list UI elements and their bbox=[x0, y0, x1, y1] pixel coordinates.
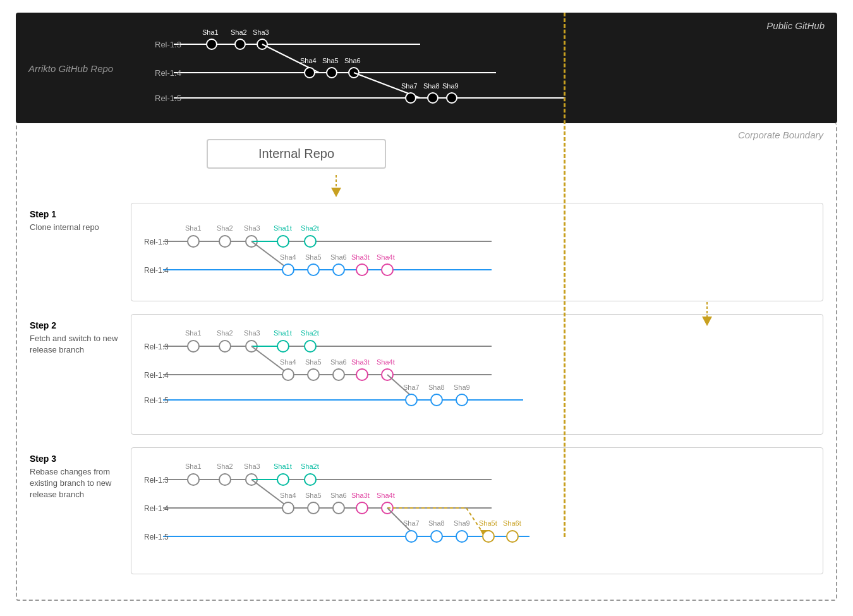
svg-point-45 bbox=[282, 264, 294, 275]
svg-marker-90 bbox=[702, 317, 712, 326]
svg-text:Sha5: Sha5 bbox=[322, 57, 339, 64]
svg-text:Sha9: Sha9 bbox=[442, 82, 459, 90]
svg-text:Sha4: Sha4 bbox=[280, 492, 296, 499]
step2-svg: Rel-1.3 Sha1 Sha2 Sha3 Sha1t bbox=[144, 324, 574, 422]
svg-point-132 bbox=[507, 531, 518, 542]
svg-point-40 bbox=[305, 236, 316, 247]
svg-text:Sha1: Sha1 bbox=[185, 224, 202, 232]
svg-text:Sha7: Sha7 bbox=[403, 519, 420, 527]
svg-text:Sha9: Sha9 bbox=[454, 519, 470, 527]
step3-svg: Rel-1.3 Sha1 Sha2 Sha3 Sha1t Sha2t bbox=[144, 457, 574, 562]
svg-point-76 bbox=[356, 369, 368, 380]
svg-point-88 bbox=[456, 394, 468, 406]
svg-point-23 bbox=[428, 93, 438, 103]
svg-point-12 bbox=[305, 68, 315, 78]
public-github-section: Public GitHub Arrikto GitHub Repo Rel-1.… bbox=[16, 13, 837, 123]
svg-point-114 bbox=[356, 502, 368, 514]
svg-point-128 bbox=[456, 531, 468, 542]
svg-point-124 bbox=[406, 531, 417, 542]
svg-text:Sha5: Sha5 bbox=[305, 492, 322, 499]
svg-point-59 bbox=[219, 341, 231, 352]
svg-point-21 bbox=[406, 93, 416, 103]
svg-text:Rel-1.3: Rel-1.3 bbox=[144, 342, 169, 351]
svg-text:Sha3t: Sha3t bbox=[351, 253, 370, 261]
svg-text:Sha4: Sha4 bbox=[280, 253, 296, 261]
svg-text:Sha4t: Sha4t bbox=[377, 253, 395, 261]
svg-text:Sha2: Sha2 bbox=[231, 28, 247, 36]
svg-point-14 bbox=[327, 68, 337, 78]
svg-text:Sha7: Sha7 bbox=[401, 82, 418, 90]
svg-point-130 bbox=[483, 531, 494, 542]
svg-text:Sha3t: Sha3t bbox=[351, 492, 370, 499]
svg-text:Rel-1.5: Rel-1.5 bbox=[144, 533, 169, 541]
step2-container: Step 2 Fetch and switch to new release b… bbox=[30, 314, 823, 435]
svg-text:Sha4t: Sha4t bbox=[377, 492, 395, 499]
step2-label: Step 2 Fetch and switch to new release b… bbox=[30, 314, 131, 356]
step1-label: Step 1 Clone internal repo bbox=[30, 203, 131, 233]
svg-text:Rel-1.5: Rel-1.5 bbox=[144, 396, 169, 405]
svg-point-47 bbox=[308, 264, 319, 275]
svg-text:Sha3: Sha3 bbox=[244, 329, 260, 337]
svg-point-72 bbox=[308, 369, 319, 380]
svg-point-103 bbox=[305, 474, 316, 485]
step3-diagram: Rel-1.3 Sha1 Sha2 Sha3 Sha1t Sha2t bbox=[131, 447, 823, 574]
svg-text:Sha3: Sha3 bbox=[253, 28, 269, 36]
svg-text:Sha5t: Sha5t bbox=[479, 519, 497, 527]
svg-point-38 bbox=[277, 236, 289, 247]
svg-point-66 bbox=[305, 341, 316, 352]
svg-point-96 bbox=[219, 474, 231, 485]
svg-text:Sha6: Sha6 bbox=[330, 358, 347, 366]
svg-text:Sha6: Sha6 bbox=[330, 492, 347, 499]
svg-text:Sha2t: Sha2t bbox=[301, 329, 319, 337]
svg-text:Sha2t: Sha2t bbox=[301, 462, 319, 470]
svg-text:Sha2: Sha2 bbox=[217, 462, 233, 470]
svg-marker-27 bbox=[331, 188, 341, 197]
svg-text:Sha4t: Sha4t bbox=[377, 358, 395, 366]
internal-repo-box: Internal Repo bbox=[207, 139, 386, 169]
svg-point-101 bbox=[277, 474, 289, 485]
svg-point-126 bbox=[431, 531, 442, 542]
svg-text:Sha4: Sha4 bbox=[300, 57, 317, 64]
svg-text:Rel-1.3: Rel-1.3 bbox=[155, 40, 181, 49]
svg-text:Sha1: Sha1 bbox=[185, 329, 202, 337]
svg-text:Rel-1.4: Rel-1.4 bbox=[144, 504, 169, 513]
svg-point-110 bbox=[308, 502, 319, 514]
svg-text:Rel-1.3: Rel-1.3 bbox=[144, 238, 169, 246]
svg-text:Sha5: Sha5 bbox=[305, 358, 322, 366]
svg-text:Rel-1.4: Rel-1.4 bbox=[155, 68, 181, 78]
svg-point-64 bbox=[277, 341, 289, 352]
svg-text:Sha1: Sha1 bbox=[185, 462, 202, 470]
arrikto-github-label: Arrikto GitHub Repo bbox=[28, 63, 113, 73]
svg-point-33 bbox=[219, 236, 231, 247]
svg-text:Sha1t: Sha1t bbox=[274, 224, 292, 232]
svg-text:Sha8: Sha8 bbox=[423, 82, 440, 90]
svg-text:Sha9: Sha9 bbox=[454, 383, 470, 391]
svg-text:Sha3t: Sha3t bbox=[351, 358, 370, 366]
svg-text:Sha6: Sha6 bbox=[344, 57, 361, 64]
step1-diagram: Rel-1.3 Sha1 Sha2 Sha3 Sha1t bbox=[131, 203, 823, 301]
svg-text:Sha6: Sha6 bbox=[330, 253, 347, 261]
svg-text:Sha8: Sha8 bbox=[428, 383, 445, 391]
step1-desc: Clone internal repo bbox=[30, 222, 131, 233]
svg-text:Sha6t: Sha6t bbox=[503, 519, 521, 527]
arrow-down-internal bbox=[327, 175, 346, 197]
step2-diagram: Rel-1.3 Sha1 Sha2 Sha3 Sha1t bbox=[131, 314, 823, 435]
svg-point-84 bbox=[406, 394, 417, 406]
svg-point-3 bbox=[207, 39, 217, 49]
svg-text:Sha1t: Sha1t bbox=[274, 462, 292, 470]
svg-text:Rel-1.5: Rel-1.5 bbox=[155, 94, 181, 103]
svg-point-108 bbox=[282, 502, 294, 514]
step2-title: Step 2 bbox=[30, 320, 131, 330]
svg-text:Sha7: Sha7 bbox=[403, 383, 420, 391]
step1-container: Step 1 Clone internal repo Rel-1.3 Sha1 … bbox=[30, 203, 823, 301]
svg-text:Rel-1.3: Rel-1.3 bbox=[144, 476, 169, 485]
svg-text:Sha4: Sha4 bbox=[280, 358, 296, 366]
svg-text:Rel-1.4: Rel-1.4 bbox=[144, 266, 169, 275]
svg-text:Sha3: Sha3 bbox=[244, 224, 260, 232]
step3-title: Step 3 bbox=[30, 454, 131, 464]
svg-text:Sha1: Sha1 bbox=[202, 28, 219, 36]
svg-point-86 bbox=[431, 394, 442, 406]
svg-point-49 bbox=[333, 264, 344, 275]
arrow-down-step2 bbox=[698, 302, 717, 327]
svg-text:Rel-1.4: Rel-1.4 bbox=[144, 371, 169, 380]
